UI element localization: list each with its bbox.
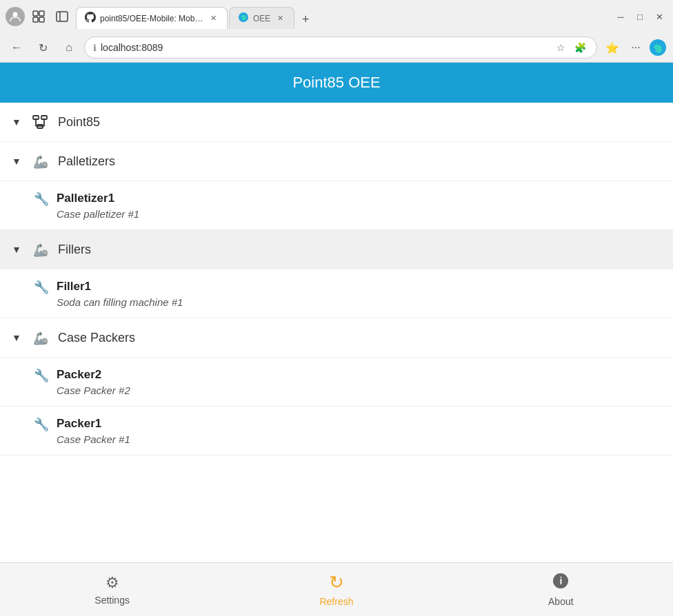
- packer2-icon: 🔧: [33, 367, 50, 382]
- case-packers-group-label: Case Packers: [58, 331, 135, 345]
- refresh-icon: ↻: [329, 572, 344, 593]
- browser-right-icons: ⭐ ···: [601, 37, 667, 59]
- fillers-group-label: Fillers: [58, 243, 91, 257]
- new-tab-button[interactable]: +: [296, 10, 315, 29]
- point85-group-icon: [30, 114, 50, 130]
- extensions-icon[interactable]: 🧩: [572, 39, 588, 56]
- browser-tabs-icon[interactable]: [29, 7, 48, 26]
- back-button[interactable]: ←: [6, 37, 28, 59]
- refresh-nav-item[interactable]: ↻ Refresh: [224, 563, 448, 616]
- edge-favicon-icon: [238, 12, 249, 25]
- svg-text:🦾: 🦾: [33, 243, 48, 258]
- home-button[interactable]: ⌂: [58, 37, 80, 59]
- close-button[interactable]: ✕: [651, 8, 667, 25]
- machine-filler1[interactable]: 🔧 Filler1 Soda can filling machine #1: [0, 269, 673, 318]
- settings-icon: ⚙: [106, 574, 119, 592]
- chevron-down-icon: ▼: [11, 244, 22, 255]
- app-header: Point85 OEE: [0, 63, 673, 103]
- machine-packer2-header: 🔧 Packer2: [33, 367, 662, 382]
- about-nav-item[interactable]: i About: [449, 563, 673, 616]
- group-palletizers[interactable]: ▼ 🦾 Palletizers: [0, 142, 673, 181]
- maximize-button[interactable]: □: [632, 8, 648, 25]
- info-icon: ℹ: [93, 43, 97, 53]
- tab2-close-icon[interactable]: ✕: [274, 13, 285, 24]
- svg-rect-1: [33, 11, 38, 16]
- fillers-group-icon: 🦾: [30, 241, 50, 258]
- svg-rect-2: [39, 11, 44, 16]
- tab2-label: OEE: [253, 14, 270, 23]
- svg-point-0: [13, 12, 18, 17]
- group-fillers[interactable]: ▼ 🦾 Fillers: [0, 230, 673, 269]
- filler1-description: Soda can filling machine #1: [33, 296, 662, 308]
- group-case-packers[interactable]: ▼ 🦾 Case Packers: [0, 318, 673, 358]
- machine-filler1-header: 🔧 Filler1: [33, 279, 662, 294]
- address-icons: ☆ 🧩: [552, 39, 588, 56]
- app-content: ▼ Point85 ▼ 🦾: [0, 103, 673, 562]
- window-controls: ─ □ ✕: [612, 8, 667, 25]
- chevron-down-icon: ▼: [11, 332, 22, 343]
- machine-packer1[interactable]: 🔧 Packer1 Case Packer #1: [0, 407, 673, 455]
- machine-packer1-header: 🔧 Packer1: [33, 416, 662, 431]
- svg-text:🦾: 🦾: [33, 331, 48, 346]
- svg-text:i: i: [560, 575, 563, 586]
- packer1-name: Packer1: [57, 417, 101, 431]
- svg-rect-9: [33, 116, 39, 119]
- machine-packer2[interactable]: 🔧 Packer2 Case Packer #2: [0, 358, 673, 407]
- app-title: Point85 OEE: [292, 74, 380, 91]
- tab1-label: point85/OEE-Mobile: Mobile...: [100, 14, 203, 23]
- svg-text:🔧: 🔧: [34, 417, 49, 431]
- favorites-icon[interactable]: ⭐: [601, 37, 623, 59]
- svg-text:🔧: 🔧: [34, 280, 49, 294]
- palletizers-group-label: Palletizers: [58, 154, 115, 169]
- svg-rect-5: [57, 12, 68, 21]
- palletizer1-icon: 🔧: [33, 191, 50, 206]
- machine-palletizer1[interactable]: 🔧 Palletizer1 Case palletizer #1: [0, 181, 673, 230]
- svg-rect-3: [33, 17, 38, 22]
- group-point85[interactable]: ▼ Point85: [0, 103, 673, 142]
- bottom-nav: ⚙ Settings ↻ Refresh i About: [0, 562, 673, 616]
- refresh-nav-label: Refresh: [319, 596, 353, 607]
- svg-text:🔧: 🔧: [34, 192, 49, 206]
- svg-rect-4: [39, 17, 44, 22]
- palletizers-group-icon: 🦾: [30, 153, 50, 170]
- palletizer1-name: Palletizer1: [57, 192, 114, 205]
- browser-tabs: point85/OEE-Mobile: Mobile... ✕ OEE ✕ +: [76, 4, 608, 29]
- browser-tab-github[interactable]: point85/OEE-Mobile: Mobile... ✕: [76, 7, 228, 29]
- packer1-icon: 🔧: [33, 416, 50, 431]
- browser-nav-bar: ← ↻ ⌂ ℹ localhost:8089 ☆ 🧩 ⭐ ···: [0, 33, 673, 62]
- about-nav-label: About: [548, 596, 574, 607]
- packer2-description: Case Packer #2: [33, 384, 662, 396]
- star-icon[interactable]: ☆: [552, 39, 569, 56]
- settings-nav-item[interactable]: ⚙ Settings: [0, 563, 224, 616]
- case-packers-group-icon: 🦾: [30, 329, 50, 346]
- tab1-close-icon[interactable]: ✕: [208, 13, 219, 24]
- settings-nav-label: Settings: [94, 595, 130, 606]
- filler1-name: Filler1: [57, 280, 91, 294]
- packer1-description: Case Packer #1: [33, 433, 662, 445]
- chevron-down-icon: ▼: [11, 116, 22, 127]
- point85-group-label: Point85: [58, 115, 100, 130]
- reload-button[interactable]: ↻: [32, 37, 54, 59]
- chevron-down-icon: ▼: [11, 156, 22, 167]
- github-favicon-icon: [85, 12, 96, 25]
- app-container: Point85 OEE ▼ Point85 ▼: [0, 63, 673, 616]
- browser-tab-oee[interactable]: OEE ✕: [229, 7, 294, 29]
- browser-profile-icon[interactable]: [6, 7, 25, 26]
- browser-chrome: point85/OEE-Mobile: Mobile... ✕ OEE ✕ + …: [0, 0, 673, 63]
- browser-sidebar-icon[interactable]: [52, 7, 72, 26]
- about-icon: i: [552, 573, 569, 593]
- minimize-button[interactable]: ─: [612, 8, 629, 25]
- more-icon[interactable]: ···: [625, 37, 647, 59]
- browser-top-bar: point85/OEE-Mobile: Mobile... ✕ OEE ✕ + …: [0, 0, 673, 33]
- address-bar[interactable]: ℹ localhost:8089 ☆ 🧩: [84, 37, 597, 59]
- filler1-icon: 🔧: [33, 279, 50, 294]
- svg-text:🔧: 🔧: [34, 368, 49, 382]
- svg-rect-10: [41, 116, 47, 119]
- palletizer1-description: Case palletizer #1: [33, 208, 662, 220]
- packer2-name: Packer2: [57, 368, 101, 382]
- edge-icon[interactable]: [648, 38, 667, 57]
- svg-text:🦾: 🦾: [33, 154, 48, 170]
- machine-palletizer1-header: 🔧 Palletizer1: [33, 191, 662, 206]
- address-text: localhost:8089: [101, 42, 548, 53]
